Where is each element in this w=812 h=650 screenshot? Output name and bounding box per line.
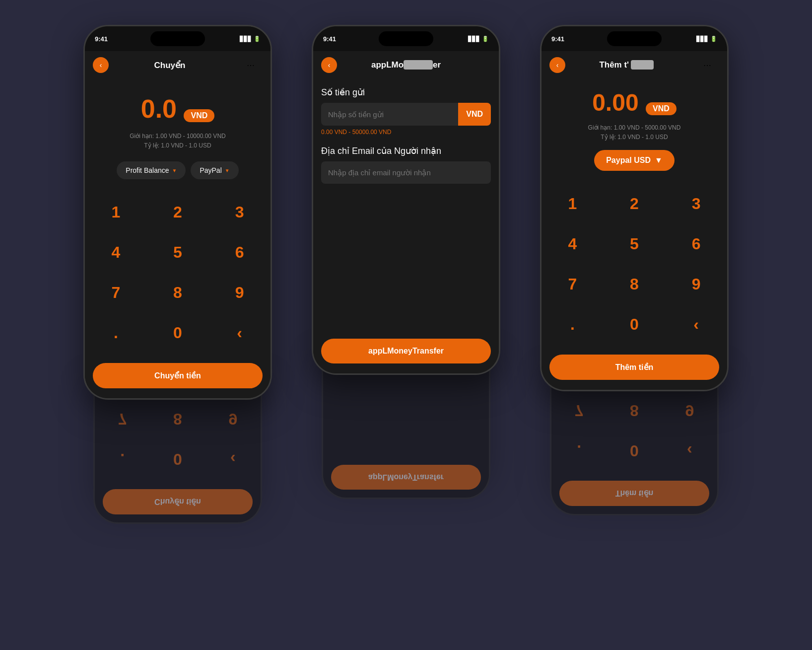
phone3-action-button[interactable]: Thêm tiền	[549, 355, 719, 380]
phone1-currency-badge: VND	[184, 109, 214, 122]
phone2-status-icons: ▊▊▊ 🔋	[468, 36, 489, 42]
p3r-0: 0	[607, 431, 662, 471]
phone1-limit-line1: Giới hạn: 1.00 VND - 10000.00 VND	[85, 132, 271, 141]
p3r-9: 9	[662, 390, 717, 431]
phone1-dynamic-island	[150, 31, 205, 46]
phone2-status-bar: 9:41 ▊▊▊ 🔋	[313, 26, 499, 51]
payment-dropdown-icon: ▼	[225, 168, 230, 173]
phone1-nav-right: ⋯	[247, 61, 263, 70]
signal-icon2: ▊▊▊	[468, 36, 480, 42]
numpad-key-0[interactable]: 0	[147, 313, 209, 353]
numpad-key-2[interactable]: 2	[147, 192, 209, 232]
numpad-key-9[interactable]: 9	[208, 273, 271, 313]
phone3-reflection-btn: Thêm tiền	[559, 481, 709, 506]
phone2-email-input-row	[321, 161, 491, 184]
phone3-paypal-btn[interactable]: Paypal USD ▼	[594, 150, 675, 171]
phone1-reflection-btn: Chuyển tiền	[103, 489, 253, 514]
p3-numpad-key-6[interactable]: 6	[665, 224, 727, 264]
phone3-limit-line2: Tỷ lệ: 1.0 VND - 1.0 USD	[541, 133, 727, 142]
phone1-payment-btn[interactable]: PayPal ▼	[191, 161, 238, 179]
phone3-status-bar: 9:41 ▊▊▊ 🔋	[541, 26, 727, 51]
wifi-icon3: 🔋	[710, 36, 717, 42]
numpad-key-7[interactable]: 7	[85, 273, 147, 313]
numpad-key-8[interactable]: 8	[147, 273, 209, 313]
phone3-navbar: ‹ Thêm t'x ⋯	[541, 51, 727, 79]
p3r-back: ‹	[662, 431, 717, 471]
phone2-form: Số tiền gửi VND 0.00 VND - 50000.00 VND …	[313, 79, 499, 334]
p3-numpad-key-5[interactable]: 5	[604, 224, 666, 264]
phone1-balance-selector: Profit Balance ▼ PayPal ▼	[85, 153, 271, 187]
phone1-status-icons: ▊▊▊ 🔋	[240, 36, 261, 42]
p3-numpad-key-8[interactable]: 8	[604, 264, 666, 304]
phone1-amount: 0.0	[141, 94, 177, 124]
phone1-col: 9:41 ▊▊▊ 🔋 ‹ Chuyển ⋯	[73, 25, 282, 524]
ref-dot: .	[95, 439, 150, 479]
phone2-navbar: ‹ appLMoxxer	[313, 51, 499, 79]
phone2-dynamic-island	[379, 31, 433, 46]
phone3-col: 9:41 ▊▊▊ 🔋 ‹ Thêm t'x ⋯	[530, 25, 739, 515]
phone3-nav-right: ⋯	[703, 61, 719, 70]
p3-numpad-key-7[interactable]: 7	[541, 264, 604, 304]
phone3-currency-badge: VND	[646, 102, 677, 115]
numpad-key-1[interactable]: 1	[85, 192, 147, 232]
ref-9: 9	[205, 399, 261, 439]
phone1-limit-line2: Tỷ lệ: 1.0 VND - 1.0 USD	[85, 141, 271, 150]
p3r-7: 7	[551, 390, 607, 431]
wifi-icon: 🔋	[254, 36, 261, 42]
phone2-amount-input[interactable]	[321, 103, 458, 126]
numpad-key-4[interactable]: 4	[85, 232, 147, 273]
p3r-dot: .	[551, 431, 607, 471]
phone2-reflection: appLMoneyTransfer	[322, 370, 490, 499]
phone1-numpad: 1 2 3 4 5 6 7 8 9 . 0 ‹	[85, 187, 271, 358]
phones-row: 9:41 ▊▊▊ 🔋 ‹ Chuyển ⋯	[64, 25, 748, 524]
p3-numpad-key-4[interactable]: 4	[541, 224, 604, 264]
phone1-time: 9:41	[95, 35, 108, 43]
phone3-amount: 0.00	[592, 89, 638, 116]
numpad-key-6[interactable]: 6	[208, 232, 271, 273]
numpad-key-backspace[interactable]: ‹	[208, 313, 271, 353]
phone2-currency-label: VND	[458, 103, 491, 126]
phone2-range-text: 0.00 VND - 50000.00 VND	[321, 129, 491, 136]
phone1-reflection-numpad: . 0 ‹ 7 8 9	[95, 399, 261, 479]
p3-numpad-key-0[interactable]: 0	[604, 304, 666, 345]
phone1-title: Chuyển	[93, 60, 247, 71]
phone2-spacer	[321, 187, 491, 326]
phone3-time: 9:41	[551, 35, 564, 43]
phone2-reflection-btn: appLMoneyTransfer	[331, 465, 481, 490]
phone2-title: appLMoxxer	[321, 60, 491, 70]
p3-numpad-key-9[interactable]: 9	[665, 264, 727, 304]
p3r-8: 8	[607, 390, 662, 431]
phone3-paypal-selector: Paypal USD ▼	[541, 150, 727, 171]
phone2-time: 9:41	[323, 35, 336, 43]
phone2-col: 9:41 ▊▊▊ 🔋 ‹ appLMoxxer Số t	[302, 25, 510, 499]
phone2-amount-input-row: VND	[321, 103, 491, 126]
phone1-limit-info: Giới hạn: 1.00 VND - 10000.00 VND Tỷ lệ:…	[85, 129, 271, 153]
phone1: 9:41 ▊▊▊ 🔋 ‹ Chuyển ⋯	[83, 25, 272, 400]
signal-icon3: ▊▊▊	[696, 36, 708, 42]
phone1-navbar: ‹ Chuyển ⋯	[85, 51, 271, 79]
phone1-balance-btn[interactable]: Profit Balance ▼	[117, 161, 186, 179]
p3-numpad-key-dot[interactable]: .	[541, 304, 604, 345]
phone3-dynamic-island	[607, 31, 662, 46]
p3-numpad-key-2[interactable]: 2	[604, 184, 666, 224]
wifi-icon2: 🔋	[482, 36, 489, 42]
p3-numpad-key-3[interactable]: 3	[665, 184, 727, 224]
phone1-status-bar: 9:41 ▊▊▊ 🔋	[85, 26, 271, 51]
numpad-key-3[interactable]: 3	[208, 192, 271, 232]
p3-numpad-key-backspace[interactable]: ‹	[665, 304, 727, 345]
phone3-amount-display: 0.00 VND	[541, 79, 727, 120]
phone1-reflection: Chuyển tiền . 0 ‹ 7 8 9	[93, 395, 262, 524]
scene: 9:41 ▊▊▊ 🔋 ‹ Chuyển ⋯	[0, 10, 812, 650]
numpad-key-dot[interactable]: .	[85, 313, 147, 353]
phone2-reflection-spacer	[323, 370, 489, 455]
phone2-section2-label: Địa chỉ Email của Người nhận	[321, 145, 491, 156]
numpad-key-5[interactable]: 5	[147, 232, 209, 273]
phone2-action-button[interactable]: appLMoneyTransfer	[321, 339, 491, 363]
phone3: 9:41 ▊▊▊ 🔋 ‹ Thêm t'x ⋯	[540, 25, 729, 391]
balance-dropdown-icon: ▼	[172, 168, 177, 173]
p3-numpad-key-1[interactable]: 1	[541, 184, 604, 224]
phone1-action-button[interactable]: Chuyển tiền	[93, 363, 263, 388]
phone3-reflection-numpad: . 0 ‹ 7 8 9	[551, 390, 717, 471]
phone3-status-icons: ▊▊▊ 🔋	[696, 36, 717, 42]
phone2-email-input[interactable]	[321, 161, 491, 184]
